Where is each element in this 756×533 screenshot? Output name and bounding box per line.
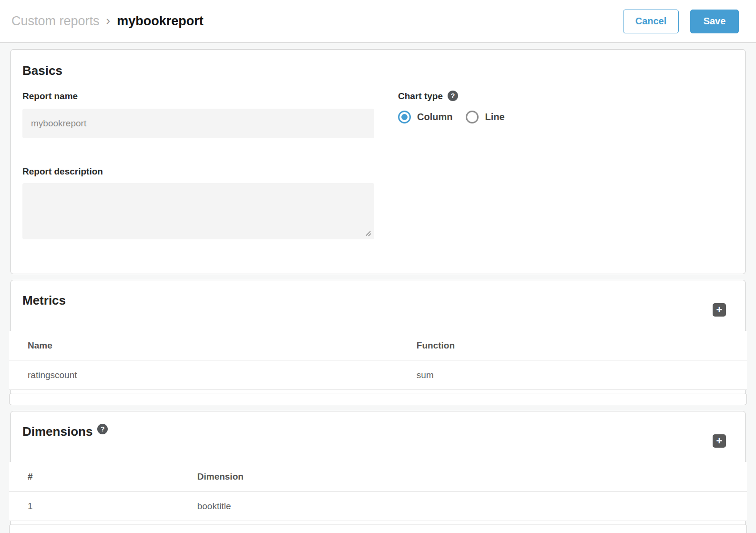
- breadcrumb-current-page: mybookreport: [117, 14, 204, 29]
- chart-type-option-column[interactable]: Column: [398, 111, 452, 123]
- metrics-table: Name Function ratingscount sum: [9, 331, 747, 390]
- metrics-title: Metrics: [22, 293, 66, 308]
- chart-type-label-row: Chart type ?: [398, 91, 734, 102]
- report-description-label: Report description: [22, 166, 374, 177]
- chart-type-label: Chart type: [398, 91, 443, 102]
- dimensions-column-index: #: [28, 472, 197, 482]
- basics-right-column: Chart type ? Column Line: [398, 91, 734, 239]
- report-name-input[interactable]: [22, 109, 374, 138]
- dimensions-table-row[interactable]: 1 booktitle: [9, 492, 747, 521]
- metrics-table-header: Name Function: [9, 331, 747, 360]
- radio-selected-icon[interactable]: [398, 111, 411, 123]
- save-button[interactable]: Save: [690, 10, 739, 33]
- header-actions: Cancel Save: [623, 10, 739, 33]
- metrics-column-function: Function: [417, 340, 455, 351]
- breadcrumb-parent-link[interactable]: Custom reports: [11, 14, 100, 29]
- radio-dot: [401, 114, 408, 120]
- dimension-name-value: booktitle: [197, 501, 231, 512]
- dimensions-title: Dimensions: [22, 424, 92, 439]
- dimensions-section: Dimensions ? + # Dimension 1 booktitle: [10, 411, 746, 533]
- metrics-column-name: Name: [28, 340, 417, 351]
- basics-section: Basics Report name Report description: [10, 49, 746, 274]
- radio-unselected-icon[interactable]: [466, 111, 479, 123]
- report-description-textarea[interactable]: [22, 183, 374, 239]
- basics-grid: Report name Report description Chart typ…: [22, 91, 734, 239]
- basics-content: Basics Report name Report description: [11, 50, 745, 274]
- dimensions-help-icon[interactable]: ?: [97, 424, 108, 434]
- top-header: Custom reports › mybookreport Cancel Sav…: [0, 0, 756, 43]
- dimensions-table-header: # Dimension: [9, 462, 747, 492]
- metric-function-value: sum: [417, 370, 434, 380]
- basics-title: Basics: [22, 63, 734, 78]
- dimensions-footer-strip: [9, 524, 747, 533]
- metrics-footer-strip: [9, 393, 747, 405]
- report-editor-page: Basics Report name Report description: [0, 43, 756, 533]
- chart-type-column-label: Column: [417, 112, 452, 123]
- chart-type-radio-group: Column Line: [398, 111, 734, 123]
- chart-type-line-label: Line: [485, 112, 504, 123]
- report-name-label: Report name: [22, 91, 374, 102]
- cancel-button[interactable]: Cancel: [623, 10, 679, 33]
- metric-name-value: ratingscount: [28, 370, 417, 380]
- dimensions-table: # Dimension 1 booktitle: [9, 462, 747, 521]
- chart-type-help-icon[interactable]: ?: [448, 91, 458, 101]
- dimensions-header: Dimensions ? +: [11, 411, 745, 462]
- basics-left-column: Report name Report description: [22, 91, 374, 239]
- breadcrumb-chevron-icon: ›: [106, 13, 111, 28]
- chart-type-option-line[interactable]: Line: [466, 111, 504, 123]
- dimension-index-value: 1: [28, 501, 197, 512]
- breadcrumb: Custom reports › mybookreport: [11, 14, 204, 29]
- metrics-section: Metrics + Name Function ratingscount sum: [10, 280, 746, 405]
- add-dimension-button[interactable]: +: [713, 434, 726, 448]
- add-metric-button[interactable]: +: [713, 303, 726, 317]
- metrics-header: Metrics +: [11, 280, 745, 331]
- dimensions-title-row: Dimensions ?: [22, 424, 108, 439]
- dimensions-column-dimension: Dimension: [197, 472, 244, 482]
- report-description-wrap: [22, 183, 374, 239]
- metrics-table-row[interactable]: ratingscount sum: [9, 360, 747, 390]
